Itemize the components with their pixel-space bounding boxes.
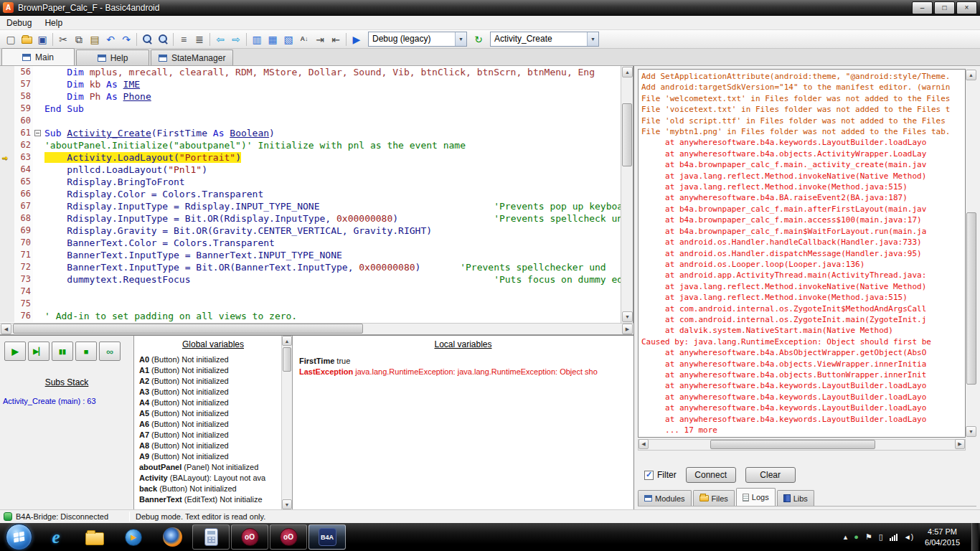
menu-debug[interactable]: Debug [0, 17, 38, 29]
scrollbar-thumb[interactable] [966, 212, 976, 385]
code-line-59[interactable]: 59End Sub [0, 103, 633, 115]
clock[interactable]: 4:57 PM 6/04/2015 [925, 527, 960, 547]
editor-horizontal-scrollbar[interactable]: ◀ ▶ [0, 323, 633, 335]
outdent-icon[interactable]: ⇤ [328, 32, 344, 47]
global-var-aboutPanel[interactable]: aboutPanel (Panel) Not initialized [134, 462, 281, 473]
global-var-A7[interactable]: A7 (Button) Not initialized [134, 430, 281, 441]
network-icon[interactable] [890, 534, 897, 541]
global-var-A3[interactable]: A3 (Button) Not initialized [134, 387, 281, 397]
forward-icon[interactable]: ⇨ [228, 32, 244, 47]
global-var-A6[interactable]: A6 (Button) Not initialized [134, 419, 281, 430]
volume-icon[interactable]: ◄) [904, 533, 913, 541]
log-horizontal-scrollbar[interactable]: ◀ ▶ [638, 439, 966, 451]
paste-icon[interactable]: ▤ [87, 32, 103, 47]
clear-button[interactable]: Clear [745, 467, 796, 483]
code-line-60[interactable]: 60 [0, 115, 633, 127]
taskbar-b4a-designer-2[interactable]: oO [270, 524, 307, 550]
editor-vertical-scrollbar[interactable]: ▲ ▼ [621, 66, 633, 323]
global-var-A4[interactable]: A4 (Button) Not initialized [134, 397, 281, 408]
minimize-button[interactable]: – [912, 1, 933, 14]
global-var-Activity[interactable]: Activity (BALayout): Layout not ava [134, 473, 281, 484]
local-var-FirstTime[interactable]: FirstTime true [294, 356, 633, 367]
bridge-link-button[interactable]: ∞ [99, 342, 121, 361]
code-line-57[interactable]: 57 Dim kb As IME [0, 78, 633, 90]
code-line-76[interactable]: 76' Add-in to set padding on all views t… [0, 310, 633, 322]
step-button[interactable]: ▶▏ [28, 342, 50, 361]
chevron-down-icon[interactable]: ▼ [587, 32, 598, 46]
code-line-61[interactable]: 61Sub Activity_Create(FirstTime As Boole… [0, 127, 633, 139]
fold-marker-icon[interactable] [34, 130, 41, 136]
taskbar-firefox[interactable] [154, 524, 191, 550]
code-line-73[interactable]: 73 dummytext.RequestFocus 'Puts focus on… [0, 273, 633, 286]
undo-icon[interactable]: ↶ [103, 32, 118, 47]
code-line-62[interactable]: 62'aboutPanel.Initialize("aboutpanel")' … [0, 139, 633, 151]
resume-button[interactable]: ▶ [4, 342, 26, 361]
scroll-up-icon[interactable]: ▲ [622, 67, 633, 77]
scroll-down-icon[interactable]: ▼ [282, 499, 292, 509]
code-line-63[interactable]: →63 Activity.LoadLayout("Portrait") [0, 151, 633, 164]
taskbar-b4a-ide[interactable]: B4A [308, 524, 346, 550]
save-icon[interactable]: ▣ [34, 32, 50, 47]
code-line-72[interactable]: 72 BannerText.InputType = Bit.OR(BannerT… [0, 261, 633, 273]
code-line-75[interactable]: 75 [0, 298, 633, 310]
panel-tab-logs[interactable]: Logs [736, 488, 776, 506]
sort-icon[interactable]: A↓ [296, 32, 312, 47]
taskbar-b4a-designer-1[interactable]: oO [231, 524, 268, 550]
code-line-74[interactable]: 74 [0, 286, 633, 298]
tab-main[interactable]: Main [1, 48, 75, 65]
modules-list-icon[interactable]: ≣ [192, 32, 207, 47]
global-var-back[interactable]: back (Button) Not initialized [134, 484, 281, 494]
pause-button[interactable]: ▮▮ [52, 342, 73, 361]
action-center-icon[interactable]: ⚑ [865, 533, 872, 541]
code-line-58[interactable]: 58 Dim Ph As Phone [0, 90, 633, 103]
close-button[interactable]: × [956, 1, 977, 14]
scrollbar-thumb[interactable] [710, 440, 875, 449]
log-box[interactable]: Add SetApplicationAttribute(android:them… [638, 69, 966, 438]
code-line-65[interactable]: 65 Rdisplay.BringToFront [0, 176, 633, 188]
filter-checkbox[interactable] [644, 471, 654, 480]
panel-tab-libs[interactable]: Libs [777, 490, 814, 506]
code-editor[interactable]: 56 Dim mplus, mrecall, clearall, RDM, MS… [0, 66, 633, 323]
redo-icon[interactable]: ↷ [118, 32, 134, 47]
scroll-right-icon[interactable]: ▶ [622, 324, 633, 334]
code-line-64[interactable]: 64 pnllcd.LoadLayout("Pnl1") [0, 164, 633, 176]
global-var-A2[interactable]: A2 (Button) Not initialized [134, 376, 281, 387]
chevron-down-icon[interactable]: ▼ [455, 32, 466, 46]
code-line-56[interactable]: 56 Dim mplus, mrecall, clearall, RDM, MS… [0, 66, 633, 78]
connect-button[interactable]: Connect [686, 467, 736, 483]
find-icon[interactable] [139, 32, 155, 47]
debug-mode-combo[interactable]: Debug (legacy)▼ [368, 32, 467, 47]
display-tray-icon[interactable]: ▯ [879, 533, 883, 541]
globals-scrollbar[interactable]: ▲ ▼ [281, 336, 292, 509]
copy-icon[interactable]: ⧉ [71, 32, 87, 47]
scroll-right-icon[interactable]: ▶ [955, 439, 965, 449]
panel-tab-modules[interactable]: Modules [638, 490, 692, 506]
scroll-up-icon[interactable]: ▲ [282, 336, 292, 346]
scroll-left-icon[interactable]: ◀ [639, 439, 649, 449]
global-var-A0[interactable]: A0 (Button) Not initialized [134, 354, 281, 365]
global-var-A5[interactable]: A5 (Button) Not initialized [134, 408, 281, 419]
scrollbar-thumb[interactable] [13, 324, 363, 334]
code-line-69[interactable]: 69 Rdisplay.Gravity = Bit.OR(Gravity.CEN… [0, 225, 633, 237]
global-var-A9[interactable]: A9 (Button) Not initialized [134, 451, 281, 462]
local-var-LastException[interactable]: LastException java.lang.RuntimeException… [294, 367, 633, 377]
scroll-down-icon[interactable]: ▼ [622, 311, 633, 322]
global-var-A8[interactable]: A8 (Button) Not initialized [134, 441, 281, 451]
indent-icon[interactable]: ⇥ [312, 32, 328, 47]
module-combo[interactable]: Activity_Create▼ [490, 32, 599, 47]
comment-icon[interactable]: ▥ [249, 32, 265, 47]
taskbar-media-player[interactable]: ▶ [115, 524, 152, 550]
code-line-66[interactable]: 66 Rdisplay.Color = Colors.Transparent [0, 188, 633, 200]
panel-tab-files[interactable]: Files [693, 490, 735, 506]
back-icon[interactable]: ⇦ [212, 32, 228, 47]
new-file-icon[interactable]: ▢ [3, 32, 19, 47]
taskbar-calculator[interactable] [192, 524, 230, 550]
open-file-icon[interactable] [19, 32, 34, 47]
taskbar-windows-explorer[interactable] [76, 524, 113, 550]
find-next-icon[interactable] [155, 32, 171, 47]
update-tray-icon[interactable]: ● [854, 533, 859, 541]
hidden-icons-arrow[interactable]: ▴ [844, 533, 848, 541]
global-var-A1[interactable]: A1 (Button) Not initialized [134, 365, 281, 376]
cut-icon[interactable]: ✂ [55, 32, 71, 47]
menu-help[interactable]: Help [38, 17, 69, 29]
